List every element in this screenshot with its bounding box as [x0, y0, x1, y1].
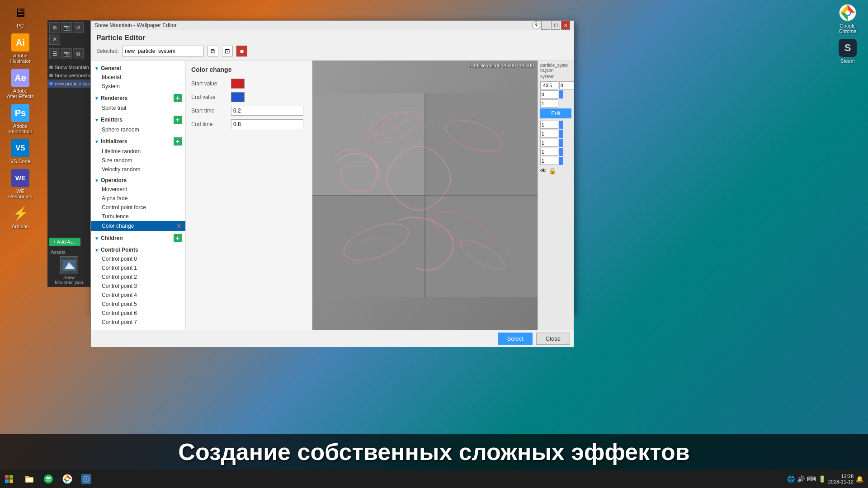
preview-panel: Particle count: 25000 / 25000: [312, 61, 538, 330]
renderers-add-button[interactable]: +: [174, 94, 182, 102]
tool-camera2[interactable]: 📷: [61, 48, 72, 59]
desktop-icon-photoshop[interactable]: Ps AdobePhotoshop: [2, 103, 38, 136]
tree-item-cp4[interactable]: Control point 4: [91, 291, 185, 300]
tool-copy[interactable]: ⧉: [73, 48, 84, 59]
right-panel-slider-4[interactable]: [559, 139, 563, 147]
tree-section-control-points-header[interactable]: ▼ Control Points: [91, 245, 185, 254]
tool-list[interactable]: ☰: [49, 48, 60, 59]
emitters-add-button[interactable]: +: [174, 116, 182, 124]
tree-item-lifetime-random[interactable]: Lifetime random: [91, 147, 185, 156]
taskbar-time-value: 12:28: [841, 474, 854, 479]
pe-system-dropdown[interactable]: new_particle_system: [123, 46, 204, 56]
tree-item-cp7[interactable]: Control point 7: [91, 318, 185, 327]
tree-item-cp6[interactable]: Control point 6: [91, 309, 185, 318]
asset-snow-mountain[interactable]: SnowMountain.json: [49, 256, 89, 285]
tree-item-cp0[interactable]: Control point 0: [91, 254, 185, 263]
add-asset-button[interactable]: + Add As...: [49, 238, 80, 246]
tree-section-renderers-header[interactable]: ▼ Renderers +: [91, 93, 185, 103]
taskbar-volume-icon[interactable]: 🔊: [797, 475, 805, 483]
start-button[interactable]: [0, 470, 18, 488]
tree-item-material[interactable]: Material: [91, 73, 185, 82]
right-panel-input-3[interactable]: [540, 99, 558, 108]
maximize-button[interactable]: ☐: [551, 21, 560, 30]
taskbar-spotify[interactable]: [39, 470, 57, 488]
desktop-icon-pc[interactable]: 🖥 PC: [2, 2, 38, 30]
nav-snow-perspective[interactable]: Snow perspective: [47, 71, 90, 80]
right-panel-slider-6[interactable]: [559, 157, 563, 165]
right-panel-slider-2[interactable]: [559, 121, 563, 129]
desktop-icon-illustrator[interactable]: Ai AdobeIllustrator: [2, 32, 38, 65]
tree-section-emitters-header[interactable]: ▼ Emitters +: [91, 114, 185, 125]
right-panel-slider-1[interactable]: [559, 90, 563, 99]
tree-item-system[interactable]: System: [91, 82, 185, 91]
pe-delete-btn[interactable]: ■: [236, 46, 247, 56]
tree-section-initializers-header[interactable]: ▼ Initializers +: [91, 136, 185, 147]
tree-item-sprite-trail[interactable]: Sprite trail: [91, 103, 185, 113]
start-time-input[interactable]: [231, 106, 303, 116]
desktop-icon-vscode[interactable]: VS VS Code: [2, 138, 38, 165]
desktop-icon-aftereffects[interactable]: Ae AdobeAfter Effects: [2, 67, 38, 100]
right-panel-input-7[interactable]: [540, 148, 558, 156]
help-button[interactable]: ?: [532, 21, 540, 29]
taskbar-time: 12:28 2018-11-12: [828, 474, 854, 484]
taskbar-battery-icon[interactable]: 🔋: [818, 475, 826, 483]
start-value-color-swatch[interactable]: ▼: [231, 79, 245, 89]
nav-particle-system[interactable]: new particle syst...: [47, 80, 90, 88]
initializers-add-button[interactable]: +: [174, 137, 182, 145]
svg-point-27: [503, 131, 504, 132]
close-button[interactable]: ✕: [561, 21, 570, 30]
desktop-icon-we[interactable]: WE WEResources: [2, 168, 38, 201]
tree-item-velocity-random[interactable]: Velocity random: [91, 165, 185, 174]
right-panel-input-1b[interactable]: [559, 81, 574, 89]
tool-close[interactable]: ✕: [49, 34, 60, 45]
tree-item-sphere-random[interactable]: Sphere random: [91, 125, 185, 134]
desktop-icon-chrome[interactable]: Google Chrome: [830, 2, 866, 35]
tree-section-general-header[interactable]: ▼ General: [91, 64, 185, 73]
tree-item-cp1[interactable]: Control point 1: [91, 263, 185, 272]
right-panel-input-1[interactable]: [540, 81, 558, 89]
nav-dot-snow-perspective: [49, 74, 53, 77]
tool-camera[interactable]: 📷: [61, 22, 72, 33]
tree-item-cp2[interactable]: Control point 2: [91, 272, 185, 282]
tree-item-size-random[interactable]: Size random: [91, 156, 185, 165]
visibility-icon[interactable]: 👁: [540, 167, 547, 174]
tree-section-children-header[interactable]: ▼ Children +: [91, 233, 185, 244]
taskbar-keyboard-icon[interactable]: ⌨: [807, 475, 816, 483]
end-value-color-swatch[interactable]: ▼: [231, 92, 245, 102]
tree-item-turbulence[interactable]: Turbulence: [91, 212, 185, 221]
right-panel-input-4[interactable]: [540, 121, 558, 129]
taskbar-chrome[interactable]: [58, 470, 76, 488]
tree-item-cp3[interactable]: Control point 3: [91, 282, 185, 291]
right-panel-input-8[interactable]: [540, 157, 558, 165]
pe-paste-btn[interactable]: ⊡: [222, 46, 233, 56]
tree-item-movement[interactable]: Movement: [91, 185, 185, 194]
desktop-icon-arduino[interactable]: ⚡ Arduino: [2, 203, 38, 230]
desktop-icon-steam[interactable]: S Steam: [830, 38, 866, 65]
select-button[interactable]: Select: [498, 333, 533, 345]
right-panel-slider-5[interactable]: [559, 148, 563, 156]
tool-refresh[interactable]: ↺: [73, 22, 84, 33]
close-dialog-button[interactable]: Close: [536, 333, 570, 345]
taskbar-explorer[interactable]: [20, 470, 38, 488]
right-panel-input-5[interactable]: [540, 130, 558, 138]
taskbar-notification-icon[interactable]: 🔔: [856, 475, 863, 483]
edit-button[interactable]: Edit: [540, 108, 571, 118]
taskbar-network-icon[interactable]: 🌐: [787, 475, 795, 483]
pe-copy-btn[interactable]: ⧉: [208, 46, 218, 56]
taskbar-wallpaper[interactable]: [77, 470, 95, 488]
nav-snow-mountain[interactable]: Snow Mountain: [47, 63, 90, 71]
right-panel-input-6[interactable]: [540, 139, 558, 147]
tree-item-cp5[interactable]: Control point 5: [91, 300, 185, 309]
right-panel-input-2[interactable]: [540, 90, 558, 99]
minimize-button[interactable]: —: [541, 21, 550, 30]
end-time-input[interactable]: [231, 119, 303, 129]
tree-item-color-change[interactable]: Color change ✕: [91, 221, 185, 231]
lock-icon[interactable]: 🔒: [548, 167, 556, 174]
color-change-delete-icon[interactable]: ✕: [176, 222, 182, 230]
tree-item-alpha-fade[interactable]: Alpha fade: [91, 194, 185, 203]
tree-item-control-point-force[interactable]: Control point force: [91, 203, 185, 212]
tree-section-operators-header[interactable]: ▼ Operators: [91, 176, 185, 185]
tool-add[interactable]: ⊕: [49, 22, 60, 33]
right-panel-slider-3[interactable]: [559, 130, 563, 138]
children-add-button[interactable]: +: [174, 234, 182, 242]
